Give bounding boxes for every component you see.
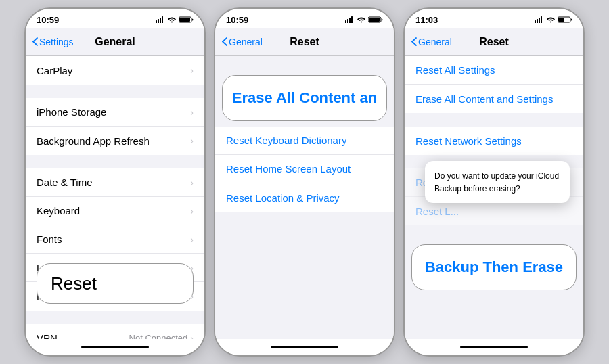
status-time-1: 10:59 [37, 15, 59, 25]
svg-rect-11 [369, 18, 380, 22]
home-indicator-2 [215, 339, 394, 355]
wifi-icon [168, 16, 176, 23]
erase-callout: Erase All Content an [222, 75, 387, 121]
content-2: Erase All Content an Reset Keyboard Dict… [215, 56, 394, 339]
ph2-reset-keyboard[interactable]: Reset Keyboard Dictionary [215, 127, 394, 155]
chevron-icon: › [190, 107, 194, 118]
status-time-2: 10:59 [226, 15, 248, 25]
svg-rect-8 [349, 18, 351, 23]
chevron-icon: › [190, 177, 194, 188]
battery-icon-2 [368, 16, 383, 23]
svg-rect-14 [539, 18, 540, 23]
content-1: CarPlay › iPhone Storage › Background Ap… [26, 56, 204, 339]
row-iphone-storage[interactable]: iPhone Storage › [26, 98, 204, 127]
reset-callout-text: Reset [51, 273, 97, 294]
battery-icon [179, 16, 194, 23]
chevron-icon: › [190, 65, 194, 76]
home-indicator-1 [26, 339, 204, 355]
ph3-erase-all[interactable]: Erase All Content and Settings [405, 85, 583, 113]
dialog-text: Do you want to update your iCloud Backup… [434, 171, 559, 194]
nav-bar-2: General Reset [215, 28, 394, 56]
back-chevron-icon-2 [222, 37, 227, 46]
nav-title-2: Reset [290, 36, 319, 48]
erase-callout-text: Erase All Content an [232, 89, 377, 107]
ph3-group2: Reset Network Settings [405, 127, 583, 155]
svg-rect-2 [160, 18, 161, 23]
svg-rect-5 [179, 18, 190, 22]
svg-rect-0 [156, 20, 157, 23]
status-icons-3 [535, 16, 572, 23]
nav-bar-3: General Reset [405, 28, 583, 56]
phone-3: 11:03 General Reset Reset All Settings [403, 7, 585, 357]
nav-back-label-3: General [418, 37, 452, 47]
ph2-reset-location[interactable]: Reset Location & Privacy [215, 183, 394, 212]
status-icons-2 [345, 16, 383, 23]
reset-callout: Reset [37, 263, 194, 304]
chevron-icon: › [190, 135, 194, 146]
row-carplay[interactable]: CarPlay › [26, 56, 204, 85]
status-time-3: 11:03 [415, 15, 438, 25]
chevron-icon: › [190, 333, 194, 340]
backup-callout[interactable]: Backup Then Erase [411, 244, 577, 290]
dialog-popup: Do you want to update your iCloud Backup… [425, 161, 570, 203]
nav-back-label-2: General [229, 37, 263, 47]
nav-back-label-1: Settings [39, 37, 74, 47]
svg-rect-13 [537, 19, 538, 23]
group-vpn: VPN Not Connected › Profile iOS 13 & iPa… [26, 324, 204, 339]
svg-rect-9 [351, 16, 353, 23]
signal-icon-2 [345, 16, 355, 23]
home-indicator-3 [405, 339, 583, 355]
row-background-refresh[interactable]: Background App Refresh › [26, 127, 204, 155]
home-bar-1 [81, 346, 149, 348]
wifi-icon-3 [547, 16, 555, 23]
nav-back-3[interactable]: General [411, 37, 452, 47]
signal-icon [156, 16, 165, 23]
svg-rect-17 [558, 18, 564, 22]
home-bar-2 [271, 346, 338, 348]
status-bar-3: 11:03 [405, 9, 583, 28]
group-storage: iPhone Storage › Background App Refresh … [26, 98, 204, 155]
svg-rect-7 [347, 19, 348, 23]
nav-bar-1: Settings General [26, 28, 204, 56]
ph3-reset-all[interactable]: Reset All Settings [405, 56, 583, 85]
row-fonts[interactable]: Fonts › [26, 225, 204, 254]
home-bar-3 [460, 346, 528, 348]
status-bar-1: 10:59 [26, 9, 204, 28]
nav-back-2[interactable]: General [222, 37, 263, 47]
battery-icon-3 [558, 16, 572, 23]
back-chevron-icon [32, 37, 38, 46]
group-carplay: CarPlay › [26, 56, 204, 85]
status-bar-2: 10:59 [215, 9, 394, 28]
ph3-group1: Reset All Settings Erase All Content and… [405, 56, 583, 113]
chevron-icon: › [190, 234, 194, 245]
phone-1: 10:59 Settings General CarPlay › [24, 7, 206, 357]
ph2-links-group: Reset Keyboard Dictionary Reset Home Scr… [215, 127, 394, 212]
svg-rect-1 [158, 19, 159, 23]
status-icons-1 [156, 16, 194, 23]
row-keyboard[interactable]: Keyboard › [26, 197, 204, 225]
back-chevron-icon-3 [411, 37, 417, 46]
phones-container: 10:59 Settings General CarPlay › [18, 1, 591, 363]
svg-rect-6 [345, 20, 346, 23]
chevron-icon: › [190, 206, 194, 217]
content-3: Reset All Settings Erase All Content and… [405, 56, 583, 339]
svg-rect-3 [162, 16, 163, 23]
backup-callout-text: Backup Then Erase [425, 258, 563, 276]
wifi-icon-2 [357, 16, 365, 23]
nav-back-1[interactable]: Settings [32, 37, 74, 47]
svg-rect-12 [535, 20, 536, 23]
svg-rect-15 [541, 16, 542, 23]
row-vpn[interactable]: VPN Not Connected › [26, 324, 204, 339]
row-date-time[interactable]: Date & Time › [26, 168, 204, 197]
nav-title-3: Reset [479, 36, 509, 48]
signal-icon-3 [535, 16, 544, 23]
ph3-reset-network[interactable]: Reset Network Settings [405, 127, 583, 155]
ph2-reset-home[interactable]: Reset Home Screen Layout [215, 155, 394, 183]
nav-title-1: General [95, 36, 135, 48]
phone-2: 10:59 General Reset Erase All Content an [214, 7, 395, 357]
